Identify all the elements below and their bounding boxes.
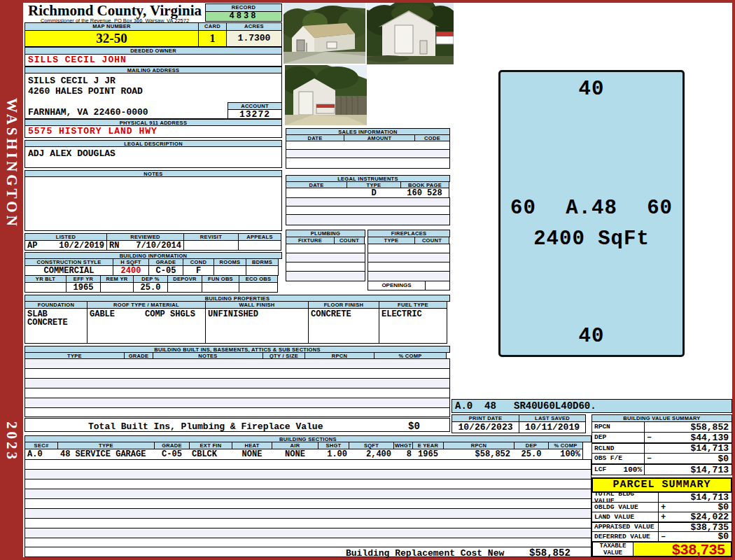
card-year: 2023 xyxy=(3,421,20,462)
parcel-label: DEFERRED VALUE xyxy=(592,532,659,541)
fireplace-empty-row xyxy=(368,253,450,262)
map-number-value: 32-50 xyxy=(24,30,199,47)
vs-label: LCF xyxy=(594,466,606,473)
replacement-cost-row: Building Replacement Cost New $58,852 xyxy=(24,547,592,557)
section-empty-row xyxy=(24,489,592,499)
vs-label: OBS F/E xyxy=(592,454,645,463)
section-empty-row xyxy=(24,528,592,538)
vs-row-lcf: LCF 100% $14,713 xyxy=(592,463,732,475)
parcel-value: $38,735 xyxy=(670,523,732,531)
revisit-value xyxy=(183,240,239,251)
building-sketch: 40 60 A.48 60 2400 SqFt 40 xyxy=(498,70,685,357)
builtins-empty-row xyxy=(24,407,450,417)
sidebar-strip: WASHINGTON 2023 xyxy=(0,0,23,560)
property-photo-1 xyxy=(284,3,365,64)
instrument-bookpage-value: 160 528 xyxy=(400,188,449,198)
parcel-sign xyxy=(659,523,670,531)
parcel-row-obldg: OBLDG VALUE + $0 xyxy=(592,502,732,512)
plumbing-empty-row xyxy=(286,271,365,281)
parcel-label: TOTAL BLDG VALUE xyxy=(592,493,659,502)
reviewed-date: 7/10/2014 xyxy=(136,241,181,250)
acres-value: 1.7300 xyxy=(226,30,282,47)
sec-value: 2,400 xyxy=(349,449,394,460)
sketch-dim-right: 60 xyxy=(647,197,673,220)
roof-type-value: GABLE xyxy=(90,310,115,318)
vs-label-lcf: LCF 100% xyxy=(592,465,645,475)
sketch-dim-bottom: 40 xyxy=(500,325,682,348)
parcel-sign: + xyxy=(659,503,670,512)
remyr-value xyxy=(100,282,134,293)
bdrms-value xyxy=(246,265,279,276)
openings-label: OPENINGS xyxy=(368,281,426,290)
vs-sign: – xyxy=(645,454,656,463)
last-saved-value: 10/11/2019 xyxy=(519,421,586,433)
builtins-empty-row xyxy=(24,378,450,388)
section-empty-row xyxy=(24,518,592,528)
effyr-value: 1965 xyxy=(66,282,101,293)
mailing-line-1: SILLS CECIL J JR xyxy=(28,76,115,86)
builtins-empty-row xyxy=(24,388,450,398)
vs-row-dep: DEP – $44,139 xyxy=(592,432,732,443)
replacement-cost-value: $58,852 xyxy=(529,547,570,559)
taxable-label-line1: TAXABLE xyxy=(600,542,626,550)
parcel-row-appraised: APPRAISED VALUE $38,735 xyxy=(592,522,732,532)
section-empty-row xyxy=(24,508,592,519)
mailing-line-2: 4260 HALES POINT ROAD xyxy=(28,86,143,97)
mailing-line-3: FARNHAM, VA 22460-0000 xyxy=(28,107,148,118)
plumbing-empty-row xyxy=(286,244,365,253)
vs-row-rpcn: RPCN $58,852 xyxy=(592,421,732,433)
fuel-type-value: ELECTRIC xyxy=(379,308,447,344)
listed-date: 10/2/2019 xyxy=(59,241,104,250)
district-name: WASHINGTON xyxy=(3,98,20,229)
parcel-sign: – xyxy=(659,532,670,541)
instrument-row: D 160 528 xyxy=(286,188,449,198)
construction-style-value: COMMERCIAL xyxy=(24,265,113,276)
taxable-label: TAXABLE VALUE xyxy=(593,542,634,556)
parcel-label: LAND VALUE xyxy=(592,512,659,522)
fireplace-empty-row xyxy=(368,262,450,272)
vs-label: DEP xyxy=(592,433,645,442)
vs-sign xyxy=(645,422,656,432)
vs-row-obs: OBS F/E – $0 xyxy=(592,453,732,464)
building-section-row: A.0 48 SERVICE GARAGE C-05 CBLCK NONE NO… xyxy=(24,449,583,460)
foundation-line-2: CONCRETE xyxy=(27,318,68,327)
section-empty-row xyxy=(24,479,592,489)
vs-value: $44,139 xyxy=(656,433,732,442)
taxable-label-line2: VALUE xyxy=(603,550,622,556)
sketch-area-id: A.48 xyxy=(566,197,617,220)
plumbing-empty-row xyxy=(286,262,365,272)
fireplace-empty-row xyxy=(368,244,450,253)
vs-pct: 100% xyxy=(624,465,642,474)
sales-empty-row xyxy=(286,158,450,169)
section-empty-row xyxy=(24,538,592,547)
foundation-value: SLAB CONCRETE xyxy=(24,308,88,344)
builtins-empty-row xyxy=(24,368,450,379)
total-builtins-label: Total Built Ins, Plumbing & Fireplace Va… xyxy=(88,421,323,432)
parcel-sign xyxy=(659,493,670,502)
sec-value: 48 SERVICE GARAGE xyxy=(57,449,155,460)
vs-value: $58,852 xyxy=(656,422,732,432)
vs-sign xyxy=(645,444,656,453)
sec-value: C-05 xyxy=(154,449,190,460)
roof-value: GABLE COMP SHGLS xyxy=(87,308,206,344)
parcel-row-totalbldg: TOTAL BLDG VALUE $14,713 xyxy=(592,492,732,503)
reviewed-value: RN 7/10/2014 xyxy=(106,240,184,251)
total-builtins-value: $0 xyxy=(408,421,420,432)
physical-address-value: 5575 HISTORY LAND HWY xyxy=(24,125,282,138)
county-title: Richmond County, Virginia xyxy=(24,3,205,18)
sec-value: NONE xyxy=(272,449,318,460)
instrument-date-value xyxy=(286,188,347,198)
depovr-value xyxy=(167,282,202,293)
cond-value: F xyxy=(183,265,214,276)
instrument-empty-row xyxy=(286,214,450,225)
floor-finish-value: CONCRETE xyxy=(308,308,379,344)
sec-value: 1965 xyxy=(412,449,444,460)
vs-label: RCLND xyxy=(592,444,645,453)
sec-value: NONE xyxy=(232,449,272,460)
hsqft-value: 2400 xyxy=(113,265,149,276)
vs-sign: – xyxy=(645,433,656,442)
fireplace-empty-row xyxy=(368,271,450,281)
card-body: Richmond County, Virginia Commissioner o… xyxy=(23,3,732,557)
sec-value: CBLCK xyxy=(189,449,232,460)
reviewed-by: RN xyxy=(109,241,119,250)
